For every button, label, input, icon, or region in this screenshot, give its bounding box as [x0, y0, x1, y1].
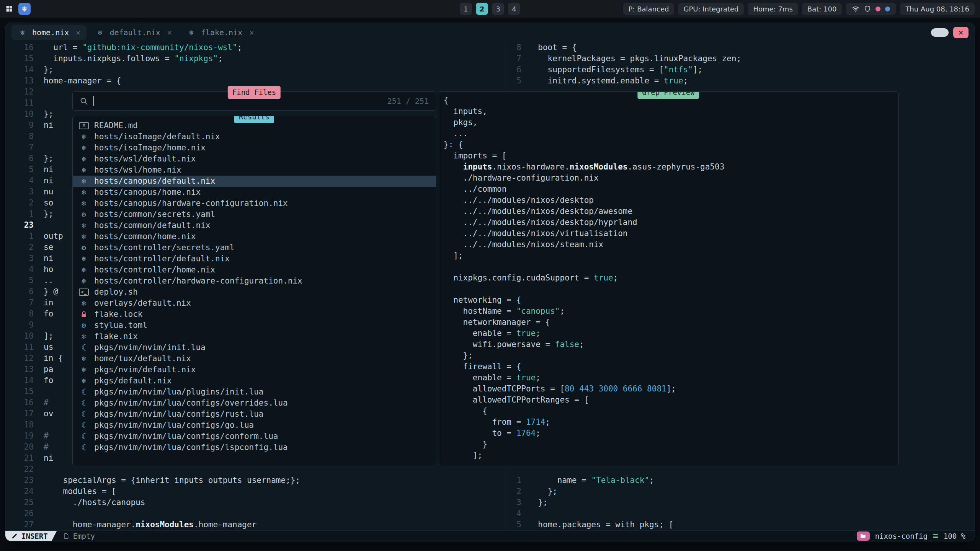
line-number: 21: [5, 453, 44, 464]
code-line[interactable]: 1 name = "Tela-black";: [507, 475, 975, 486]
nix-icon: ❄: [79, 353, 89, 364]
line-number: 14: [5, 64, 44, 75]
result-item[interactable]: ☾pkgs/nvim/nvim/lua/plugins/init.lua: [73, 386, 436, 398]
code-line[interactable]: 15 inputs.nixpkgs.follows = "nixpkgs";: [5, 53, 507, 64]
preview-line: ../../modules/nixos/desktop/awesome: [444, 206, 898, 217]
code-line[interactable]: 23 specialArgs = {inherit inputs outputs…: [5, 475, 507, 486]
nix-icon: ❄: [79, 187, 89, 198]
status-module[interactable]: Bat: 100: [802, 3, 842, 15]
buffer-tab[interactable]: ❄home.nix×: [11, 25, 87, 40]
result-item[interactable]: ❄hosts/canopus/hardware-configuration.ni…: [73, 198, 436, 209]
preview-line: enable = true;: [444, 372, 898, 383]
workspace-button-2[interactable]: 2: [476, 3, 488, 15]
line-number: 1: [5, 209, 44, 220]
line-number: 2: [5, 197, 44, 209]
result-item[interactable]: ❄hosts/canopus/home.nix: [73, 187, 436, 198]
result-item[interactable]: ❄home/tux/default.nix: [73, 353, 436, 364]
line-number: 13: [5, 364, 44, 375]
result-item[interactable]: ⚙hosts/common/secrets.yaml: [73, 209, 436, 220]
yaml-icon: ⚙: [79, 209, 89, 220]
code-line[interactable]: 25 ./hosts/canopus: [5, 497, 507, 508]
result-item[interactable]: ❄hosts/common/home.nix: [73, 231, 436, 242]
line-number: 2: [5, 242, 44, 253]
result-item[interactable]: ❄hosts/controller/hardware-configuration…: [73, 276, 436, 287]
editor-area: 16 url = "github:nix-community/nixos-wsl…: [5, 42, 975, 530]
code-line[interactable]: 6 supportedFilesystems = ["ntfs"];: [507, 64, 975, 75]
line-number: 7: [507, 53, 528, 64]
line-number: 27: [5, 519, 44, 530]
line-number: 1: [5, 231, 44, 242]
buffer-tab[interactable]: ❄flake.nix×: [180, 25, 260, 40]
code-line[interactable]: 4: [507, 508, 975, 519]
progress-percent: 100 %: [944, 532, 965, 540]
result-item[interactable]: ❄hosts/wsl/default.nix: [73, 153, 436, 165]
apps-grid-icon[interactable]: [5, 5, 13, 13]
code-line[interactable]: 16 url = "github:nix-community/nixos-wsl…: [5, 42, 507, 53]
code-line[interactable]: 27 home-manager.nixosModules.home-manage…: [5, 519, 507, 530]
result-item[interactable]: ☾pkgs/nvim/nvim/init.lua: [73, 342, 436, 353]
preview-line: from = 1714;: [444, 417, 898, 428]
result-item[interactable]: ⚙hosts/controller/secrets.yaml: [73, 242, 436, 253]
result-item[interactable]: ❄hosts/canopus/default.nix: [73, 176, 436, 187]
code-line[interactable]: 8 boot = {: [507, 42, 975, 53]
tab-close-icon[interactable]: ×: [165, 28, 172, 37]
line-number: 8: [5, 308, 44, 320]
result-item[interactable]: ❄flake.nix: [73, 331, 436, 342]
result-item[interactable]: ❄hosts/isoImage/default.nix: [73, 131, 436, 142]
line-number: 22: [5, 464, 44, 475]
status-module[interactable]: GPU: Integrated: [678, 3, 744, 15]
code-line[interactable]: 2 };: [507, 486, 975, 497]
result-item[interactable]: ☾pkgs/nvim/nvim/lua/configs/go.lua: [73, 420, 436, 431]
workspace-button-4[interactable]: 4: [508, 3, 520, 15]
workspace-button-3[interactable]: 3: [492, 3, 504, 15]
window-close-button[interactable]: ×: [953, 27, 969, 38]
result-item[interactable]: ☾pkgs/nvim/nvim/lua/configs/rust.lua: [73, 409, 436, 420]
result-count: 251 / 251: [387, 96, 429, 107]
markdown-icon: M: [79, 122, 89, 129]
preview-line: ];: [444, 450, 898, 461]
nix-icon: ❄: [79, 276, 89, 287]
buffer-tab[interactable]: ❄default.nix×: [89, 25, 178, 40]
result-item[interactable]: ⚙stylua.toml: [73, 320, 436, 331]
result-item[interactable]: ☾pkgs/nvim/nvim/lua/configs/conform.lua: [73, 431, 436, 442]
code-line[interactable]: 24 modules = [: [5, 486, 507, 497]
result-item[interactable]: ❄pkgs/nvim/default.nix: [73, 364, 436, 375]
result-item[interactable]: ☾pkgs/nvim/nvim/lua/configs/lspconfig.lu…: [73, 442, 436, 453]
tab-close-icon[interactable]: ×: [74, 28, 80, 37]
result-item[interactable]: >_deploy.sh: [73, 287, 436, 298]
code-line[interactable]: 3 };: [507, 497, 975, 508]
clock[interactable]: Thu Aug 08, 18:16: [900, 3, 975, 15]
result-item[interactable]: ❄pkgs/default.nix: [73, 375, 436, 386]
shield-icon: [864, 5, 871, 12]
result-item[interactable]: ❄hosts/controller/home.nix: [73, 264, 436, 276]
nix-icon: ❄: [79, 165, 89, 176]
line-number: 9: [5, 120, 44, 131]
launcher-icon[interactable]: ❄: [18, 3, 31, 15]
code-line[interactable]: 13home-manager = {: [5, 75, 507, 86]
code-line[interactable]: 26: [5, 508, 507, 519]
line-number: 8: [5, 131, 44, 142]
result-item[interactable]: ❄overlays/default.nix: [73, 298, 436, 309]
result-item[interactable]: ☾pkgs/nvim/nvim/lua/configs/overrides.lu…: [73, 398, 436, 409]
result-item[interactable]: ❄hosts/controller/default.nix: [73, 253, 436, 264]
tab-close-icon[interactable]: ×: [247, 28, 254, 37]
line-number: 24: [5, 486, 44, 497]
line-number: 10: [5, 109, 44, 120]
result-item[interactable]: ❄hosts/common/default.nix: [73, 220, 436, 231]
code-line[interactable]: 5 home.packages = with pkgs; [: [507, 519, 975, 530]
status-module[interactable]: P: Balanced: [623, 3, 675, 15]
result-item[interactable]: ❄hosts/wsl/home.nix: [73, 165, 436, 176]
result-file-name: hosts/common/secrets.yaml: [94, 209, 215, 220]
result-item[interactable]: flake.lock: [73, 309, 436, 320]
code-line[interactable]: 14};: [5, 64, 507, 75]
status-module[interactable]: Home: 7ms: [748, 3, 798, 15]
blue-dot-icon: [885, 7, 890, 11]
mode-label: INSERT: [21, 532, 48, 540]
window-pill-button[interactable]: [931, 28, 949, 37]
code-line[interactable]: 7 kernelPackages = pkgs.linuxPackages_ze…: [507, 53, 975, 64]
code-line[interactable]: 5 initrd.systemd.enable = true;: [507, 75, 975, 86]
tray[interactable]: [846, 3, 896, 15]
workspace-button-1[interactable]: 1: [460, 3, 472, 15]
result-item[interactable]: ❄hosts/isoImage/home.nix: [73, 142, 436, 153]
line-number: 3: [5, 253, 44, 264]
